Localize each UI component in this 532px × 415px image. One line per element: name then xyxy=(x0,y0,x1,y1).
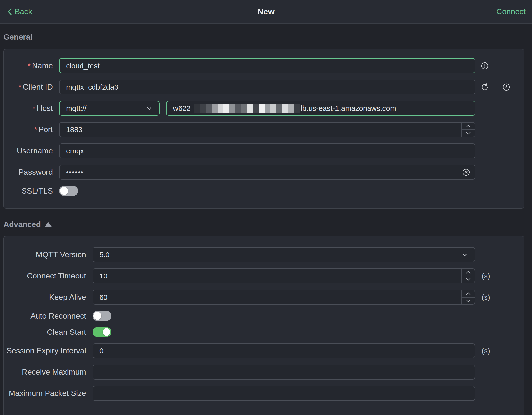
receive-maximum-input[interactable] xyxy=(93,365,475,380)
warning-icon xyxy=(481,62,489,70)
chevron-down-icon xyxy=(465,131,471,135)
mqtt-version-row: MQTT Version 5.0 xyxy=(4,247,524,262)
collapse-triangle-icon xyxy=(44,222,52,227)
chevron-up-icon xyxy=(465,124,471,128)
auto-reconnect-row: Auto Reconnect xyxy=(4,311,524,321)
required-asterisk: * xyxy=(33,104,35,112)
connect-timeout-unit: (s) xyxy=(482,272,490,280)
password-input[interactable]: •••••• xyxy=(59,165,475,180)
connect-timeout-input[interactable]: 10 xyxy=(93,268,475,283)
history-icon[interactable] xyxy=(502,83,510,91)
advanced-panel: MQTT Version 5.0 Connect Timeout 10 xyxy=(3,236,524,415)
toggle-knob xyxy=(93,312,101,320)
port-input[interactable]: 1883 xyxy=(59,122,475,137)
stepper-up-button[interactable] xyxy=(462,123,475,130)
advanced-section-heading[interactable]: Advanced xyxy=(3,220,524,229)
max-packet-size-row: Maximum Packet Size xyxy=(4,386,524,401)
password-row: Password •••••• xyxy=(4,165,524,180)
chevron-up-icon xyxy=(465,291,471,296)
back-button[interactable]: Back xyxy=(6,7,32,16)
username-value: emqx xyxy=(66,147,84,155)
port-label: *Port xyxy=(4,125,53,134)
max-packet-size-label: Maximum Packet Size xyxy=(4,389,86,398)
required-asterisk: * xyxy=(34,126,37,134)
keep-alive-label: Keep Alive xyxy=(4,293,86,302)
auto-reconnect-label: Auto Reconnect xyxy=(4,311,86,321)
name-value: cloud_test xyxy=(66,62,100,70)
name-input[interactable]: cloud_test xyxy=(59,58,475,73)
mqtt-version-label: MQTT Version xyxy=(4,250,86,259)
ssl-row: SSL/TLS xyxy=(4,186,524,196)
host-protocol-select[interactable]: mqtt:// xyxy=(59,101,160,116)
ssl-label: SSL/TLS xyxy=(4,186,53,196)
session-expiry-row: Session Expiry Interval 0 (s) xyxy=(4,343,524,358)
mqtt-version-value: 5.0 xyxy=(99,251,110,259)
connect-timeout-label: Connect Timeout xyxy=(4,271,86,280)
connect-timeout-value: 10 xyxy=(99,272,107,280)
clean-start-row: Clean Start xyxy=(4,327,524,337)
stepper-down-button[interactable] xyxy=(462,298,475,304)
top-bar: Back New Connect xyxy=(0,0,532,24)
chevron-down-icon xyxy=(465,299,471,303)
client-id-label: *Client ID xyxy=(4,82,53,92)
host-protocol-value: mqtt:// xyxy=(66,104,86,113)
stepper-down-button[interactable] xyxy=(462,130,475,137)
general-panel: *Name cloud_test *Client ID mqttx_cdbf2d… xyxy=(3,49,524,209)
chevron-up-icon xyxy=(465,270,471,275)
name-label: *Name xyxy=(4,61,53,70)
name-row: *Name cloud_test xyxy=(4,58,524,73)
stepper-down-button[interactable] xyxy=(462,276,475,283)
page-title: New xyxy=(0,7,532,16)
keep-alive-unit: (s) xyxy=(482,293,490,301)
ssl-toggle[interactable] xyxy=(59,186,78,196)
refresh-icon[interactable] xyxy=(481,83,489,91)
toggle-knob xyxy=(60,187,68,195)
advanced-heading-label: Advanced xyxy=(3,220,41,229)
connect-timeout-row: Connect Timeout 10 (s) xyxy=(4,268,524,283)
host-address-suffix: lb.us-east-1.amazonaws.com xyxy=(301,104,396,113)
port-stepper xyxy=(461,123,475,137)
host-address-input[interactable]: w622 lb.us-east-1.amazonaws.com xyxy=(166,101,475,116)
general-heading-label: General xyxy=(3,33,33,42)
username-input[interactable]: emqx xyxy=(59,143,475,158)
max-packet-size-input[interactable] xyxy=(93,386,475,401)
password-value: •••••• xyxy=(66,168,84,176)
back-label: Back xyxy=(15,7,32,16)
keep-alive-input[interactable]: 60 xyxy=(93,290,475,305)
mqtt-version-select[interactable]: 5.0 xyxy=(93,247,475,262)
toggle-knob xyxy=(103,328,110,336)
session-expiry-value: 0 xyxy=(99,347,104,355)
username-row: Username emqx xyxy=(4,143,524,158)
port-row: *Port 1883 xyxy=(4,122,524,137)
keep-alive-row: Keep Alive 60 (s) xyxy=(4,290,524,305)
stepper-up-button[interactable] xyxy=(462,269,475,276)
session-expiry-label: Session Expiry Interval xyxy=(4,346,86,355)
username-label: Username xyxy=(4,146,53,155)
chevron-down-icon xyxy=(462,251,468,258)
session-expiry-unit: (s) xyxy=(482,347,490,355)
connect-button[interactable]: Connect xyxy=(497,7,526,16)
chevron-down-icon xyxy=(146,105,153,112)
connect-timeout-stepper xyxy=(461,269,475,283)
password-label: Password xyxy=(4,168,53,177)
stepper-up-button[interactable] xyxy=(462,290,475,298)
chevron-down-icon xyxy=(465,277,471,282)
client-id-value: mqttx_cdbf2da3 xyxy=(66,83,118,91)
host-address-prefix: w622 xyxy=(173,104,191,113)
clear-password-icon[interactable] xyxy=(462,168,470,176)
session-expiry-input[interactable]: 0 xyxy=(93,343,475,358)
receive-maximum-label: Receive Maximum xyxy=(4,368,86,377)
clean-start-label: Clean Start xyxy=(4,328,86,337)
keep-alive-value: 60 xyxy=(99,293,107,301)
required-asterisk: * xyxy=(19,83,22,91)
client-id-input[interactable]: mqttx_cdbf2da3 xyxy=(59,80,475,94)
general-section-heading: General xyxy=(3,33,524,42)
required-asterisk: * xyxy=(28,62,31,70)
client-id-row: *Client ID mqttx_cdbf2da3 xyxy=(4,80,524,94)
chevron-left-icon xyxy=(6,8,13,16)
redacted-host-segment xyxy=(194,104,300,113)
host-row: *Host mqtt:// w622 lb.us-east-1.amazonaw… xyxy=(4,101,524,116)
clean-start-toggle[interactable] xyxy=(93,327,111,337)
port-value: 1883 xyxy=(66,126,82,134)
auto-reconnect-toggle[interactable] xyxy=(93,311,111,321)
